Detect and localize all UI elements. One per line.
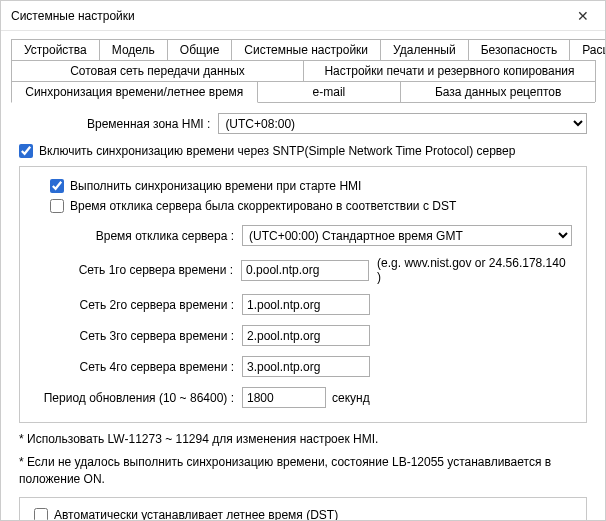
srv1-hint: (e.g. wwv.nist.gov or 24.56.178.140 ) bbox=[377, 256, 572, 284]
dst-group: Автоматически устанавливает летнее время… bbox=[19, 497, 587, 521]
srv3-input[interactable] bbox=[242, 325, 370, 346]
tab-row-2: Сотовая сеть передачи данных Настройки п… bbox=[11, 60, 595, 81]
enable-sntp-label: Включить синхронизацию времени через SNT… bbox=[39, 144, 515, 158]
tz-label: Временная зона HMI : bbox=[87, 117, 218, 131]
note-1: * Использовать LW-11273 ~ 11294 для изме… bbox=[19, 431, 587, 448]
tab-row-3: Синхронизация времени/летнее время e-mai… bbox=[11, 81, 595, 102]
sync-on-start-label: Выполнить синхронизацию времени при стар… bbox=[70, 179, 361, 193]
auto-dst-checkbox[interactable]: Автоматически устанавливает летнее время… bbox=[34, 508, 572, 521]
enable-sntp-checkbox[interactable]: Включить синхронизацию времени через SNT… bbox=[19, 144, 587, 158]
srv2-label: Сеть 2го сервера времени : bbox=[34, 298, 242, 312]
interval-unit: секунд bbox=[332, 391, 370, 405]
dst-adjusted-label: Время отклика сервера была скорректирова… bbox=[70, 199, 456, 213]
tab-ext-memory[interactable]: Расширенная память bbox=[569, 39, 606, 60]
tab-general[interactable]: Общие bbox=[167, 39, 232, 60]
dst-adjusted-input[interactable] bbox=[50, 199, 64, 213]
tab-remote[interactable]: Удаленный bbox=[380, 39, 469, 60]
tab-row-1: Устройства Модель Общие Системные настро… bbox=[11, 39, 595, 60]
tab-area: Устройства Модель Общие Системные настро… bbox=[1, 31, 605, 103]
server-resp-select[interactable]: (UTC+00:00) Стандартное время GMT bbox=[242, 225, 572, 246]
interval-input[interactable] bbox=[242, 387, 326, 408]
tab-model[interactable]: Модель bbox=[99, 39, 168, 60]
close-icon[interactable]: ✕ bbox=[561, 1, 605, 31]
sync-on-start-input[interactable] bbox=[50, 179, 64, 193]
tab-email[interactable]: e-mail bbox=[257, 81, 402, 102]
tab-print-backup[interactable]: Настройки печати и резервного копировани… bbox=[303, 60, 596, 81]
srv2-input[interactable] bbox=[242, 294, 370, 315]
tab-security[interactable]: Безопасность bbox=[468, 39, 571, 60]
sync-on-start-checkbox[interactable]: Выполнить синхронизацию времени при стар… bbox=[34, 179, 572, 193]
window-title: Системные настройки bbox=[11, 9, 135, 23]
enable-sntp-input[interactable] bbox=[19, 144, 33, 158]
srv3-label: Сеть 3го сервера времени : bbox=[34, 329, 242, 343]
srv4-label: Сеть 4го сервера времени : bbox=[34, 360, 242, 374]
titlebar: Системные настройки ✕ bbox=[1, 1, 605, 31]
dst-adjusted-checkbox[interactable]: Время отклика сервера была скорректирова… bbox=[34, 199, 572, 213]
srv1-label: Сеть 1го сервера времени : bbox=[34, 263, 241, 277]
tab-time-sync[interactable]: Синхронизация времени/летнее время bbox=[11, 81, 258, 103]
auto-dst-input[interactable] bbox=[34, 508, 48, 521]
tab-devices[interactable]: Устройства bbox=[11, 39, 100, 60]
sntp-group: Выполнить синхронизацию времени при стар… bbox=[19, 166, 587, 423]
content-area: Временная зона HMI : (UTC+08:00) Включит… bbox=[1, 103, 605, 521]
tab-cellular[interactable]: Сотовая сеть передачи данных bbox=[11, 60, 304, 81]
srv1-input[interactable] bbox=[241, 260, 369, 281]
tab-system-settings[interactable]: Системные настройки bbox=[231, 39, 381, 60]
tz-select[interactable]: (UTC+08:00) bbox=[218, 113, 587, 134]
auto-dst-label: Автоматически устанавливает летнее время… bbox=[54, 508, 338, 521]
server-resp-label: Время отклика сервера : bbox=[34, 229, 242, 243]
note-2: * Если не удалось выполнить синхронизаци… bbox=[19, 454, 587, 488]
tab-recipe-db[interactable]: База данных рецептов bbox=[400, 81, 596, 102]
interval-label: Период обновления (10 ~ 86400) : bbox=[34, 391, 242, 405]
srv4-input[interactable] bbox=[242, 356, 370, 377]
